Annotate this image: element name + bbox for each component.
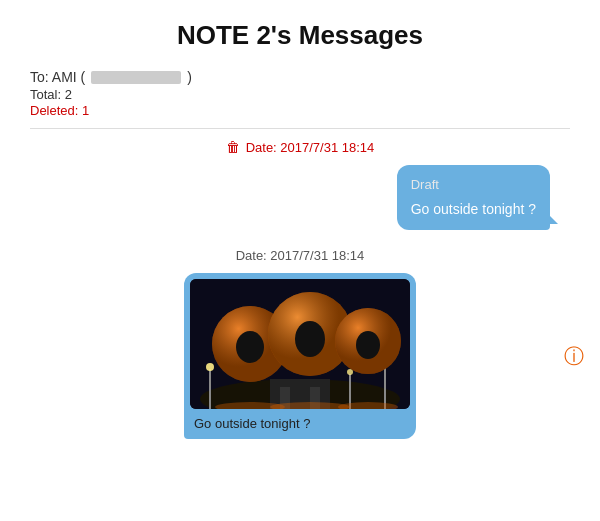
recipient-section: To: AMI ( ) Total: 2 Deleted: 1 (30, 69, 570, 118)
message-bubble-right: Draft Go outside tonight ? (40, 165, 560, 230)
message-image (190, 279, 410, 409)
trash-icon: 🗑 (226, 139, 240, 155)
image-bubble: Go outside tonight ? (184, 273, 416, 439)
message-text-1: Go outside tonight ? (411, 201, 536, 217)
total-line: Total: 2 (30, 87, 570, 102)
night-scene-svg (190, 279, 410, 409)
svg-point-10 (236, 331, 264, 363)
date-label-1: Date: 2017/7/31 18:14 (246, 140, 375, 155)
svg-point-16 (356, 331, 380, 359)
to-line: To: AMI ( ) (30, 69, 570, 85)
date-label-2: Date: 2017/7/31 18:14 (236, 248, 365, 263)
deleted-line: Deleted: 1 (30, 103, 570, 118)
to-label: To: AMI ( (30, 69, 85, 85)
divider (30, 128, 570, 129)
message-text-2: Go outside tonight ? (190, 414, 410, 433)
warning-icon: ⓘ (564, 342, 584, 369)
draft-label: Draft (411, 175, 536, 195)
page-title: NOTE 2's Messages (30, 20, 570, 51)
to-close: ) (187, 69, 192, 85)
svg-point-13 (295, 321, 325, 357)
message-bubble-image: Go outside tonight ? ⓘ (40, 273, 560, 439)
bubble-draft: Draft Go outside tonight ? (397, 165, 550, 230)
phone-blurred (91, 71, 181, 84)
messages-area: 🗑 Date: 2017/7/31 18:14 Draft Go outside… (30, 139, 570, 439)
svg-point-3 (206, 363, 214, 371)
date-row-deleted: 🗑 Date: 2017/7/31 18:14 (40, 139, 560, 155)
date-row-normal: Date: 2017/7/31 18:14 (40, 248, 560, 263)
